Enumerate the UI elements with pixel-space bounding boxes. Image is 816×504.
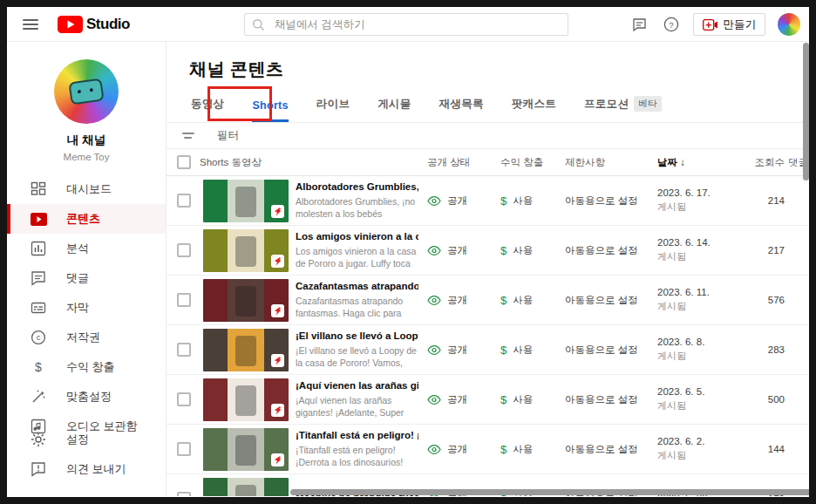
menu-icon[interactable] [23,19,38,30]
monetization-dollar-icon: $ [500,443,507,456]
sidebar-item-content[interactable]: 콘텐츠 [7,204,166,234]
tab-label: 재생목록 [439,97,484,112]
video-title[interactable]: ¡El villano se llevó a Loopy de la casa … [296,330,418,341]
monetization-dollar-icon: $ [500,194,507,208]
row-checkbox[interactable] [177,492,191,496]
video-thumbnail[interactable] [203,279,289,322]
monetization-status[interactable]: 사용 [513,194,533,208]
video-thumbnail[interactable] [203,378,289,421]
column-visibility[interactable]: 공개 상태 [427,156,500,169]
sidebar-item-analytics[interactable]: 분석 [7,234,166,263]
video-description: ¡Aquí vienen las arañas gigantes! ¡Adela… [296,394,418,419]
column-restrictions[interactable]: 제한사항 [565,156,657,169]
video-title[interactable]: Cazafantasmas atrapando fantasmas. [296,281,418,291]
create-button[interactable]: 만들기 [693,13,766,36]
sidebar-item-copyright[interactable]: c 저작권 [7,323,166,352]
video-thumbnail[interactable] [203,229,289,272]
shorts-video-row[interactable]: Cazafantasmas atrapando fantasmas. Cazaf… [167,276,809,325]
visibility-status[interactable]: 공개 [447,393,467,406]
monetization-status[interactable]: 사용 [513,443,533,456]
shorts-video-row[interactable]: Los amigos vinieron a la casa de Poro...… [167,226,809,276]
restrictions-value[interactable]: 아동용으로 설정 [565,194,657,208]
restrictions-value[interactable]: 아동용으로 설정 [565,443,657,456]
sidebar-item-label: 대시보드 [66,181,112,197]
tab-playlists[interactable]: 재생목록 [425,97,498,122]
tab-promotions[interactable]: 프로모션베타 [570,96,676,122]
horizontal-scrollbar[interactable] [290,489,809,495]
shorts-video-row[interactable]: ¡Aquí vienen las arañas gigantes! ¡Ade..… [167,375,809,425]
restrictions-value[interactable]: 아동용으로 설정 [565,393,657,406]
robot-mascot [68,78,104,105]
filter-label[interactable]: 필터 [217,128,239,143]
visibility-status[interactable]: 공개 [447,344,467,357]
feedback-bubble-icon [30,460,47,478]
monetization-dollar-icon: $ [500,393,507,406]
tab-label: 게시물 [377,97,411,112]
row-checkbox[interactable] [177,392,191,406]
visibility-status[interactable]: 공개 [447,294,467,307]
video-thumbnail[interactable] [203,180,289,222]
sidebar-item-label: 댓글 [66,270,89,286]
video-title[interactable]: Los amigos vinieron a la casa de Poro... [296,231,418,242]
restrictions-value[interactable]: 아동용으로 설정 [565,344,657,357]
video-title[interactable]: ¡Aquí vienen las arañas gigantes! ¡Ade..… [296,380,418,391]
visibility-status[interactable]: 공개 [447,244,467,257]
visibility-status[interactable]: 공개 [447,194,467,208]
row-checkbox[interactable] [177,243,191,257]
account-avatar[interactable] [778,13,800,36]
sidebar-item-customization[interactable]: 맞춤설정 [7,382,166,412]
video-title[interactable]: Alborotadores Grumblies, ¡no moleste... [296,181,418,192]
visibility-status[interactable]: 공개 [447,443,467,456]
date-sub: 게시됨 [657,350,739,363]
column-views[interactable]: 조회수 [739,156,788,169]
monetization-status[interactable]: 사용 [513,344,533,357]
column-monetization[interactable]: 수익 창출 [500,156,565,169]
row-checkbox[interactable] [177,442,191,456]
feedback-icon[interactable] [630,15,649,34]
monetization-status[interactable]: 사용 [513,393,533,406]
tab-podcasts[interactable]: 팟캐스트 [498,97,570,122]
video-title[interactable]: ¡Titanfall está en peligro! ¡Derrota a l… [296,430,418,440]
channel-search-input[interactable]: 채널에서 검색하기 [244,13,568,36]
tab-videos[interactable]: 동영상 [177,97,238,122]
sidebar-item-label: 콘텐츠 [66,211,100,227]
restrictions-value[interactable]: 아동용으로 설정 [565,244,657,257]
channel-avatar[interactable] [54,59,119,124]
select-all-checkbox[interactable] [177,155,191,169]
youtube-studio-logo[interactable]: Studio [58,16,130,33]
filter-icon[interactable] [182,133,194,139]
sidebar-item-dashboard[interactable]: 대시보드 [7,174,166,204]
sidebar-item-send-feedback[interactable]: 의견 보내기 [7,454,166,484]
monetization-status[interactable]: 사용 [513,244,533,257]
thumbnail-figure [235,336,256,365]
column-content[interactable]: Shorts 동영상 [200,156,427,169]
gear-icon [30,431,47,448]
tab-shorts[interactable]: Shorts [238,99,302,122]
help-icon[interactable]: ? [662,15,681,34]
sidebar-item-comments[interactable]: 댓글 [7,263,166,293]
sidebar-item-subtitles[interactable]: 자막 [7,293,166,323]
restrictions-value[interactable]: 아동용으로 설정 [565,294,657,307]
video-thumbnail[interactable] [203,329,289,371]
visibility-eye-icon [427,296,441,305]
row-checkbox[interactable] [177,194,191,208]
shorts-video-row[interactable]: ¡El villano se llevó a Loopy de la casa … [167,325,809,375]
monetization-icon: $ [30,358,47,376]
row-checkbox[interactable] [177,343,191,357]
shorts-video-row[interactable]: ¡Titanfall está en peligro! ¡Derrota a l… [167,425,809,474]
column-date-sorted[interactable]: 날짜 ↓ [657,156,739,169]
monetization-status[interactable]: 사용 [513,294,533,307]
shorts-video-row[interactable]: Alborotadores Grumblies, ¡no moleste... … [167,176,809,226]
tab-posts[interactable]: 게시물 [364,97,425,122]
row-checkbox[interactable] [177,293,191,307]
video-thumbnail[interactable] [203,428,289,471]
shorts-badge-icon [271,255,284,268]
sidebar-item-label: 수익 창출 [66,359,115,375]
views-count: 576 [739,295,788,305]
sidebar-item-settings[interactable]: 설정 [7,425,166,454]
sidebar-item-monetization[interactable]: $ 수익 창출 [7,352,166,382]
thumbnail-figure [235,286,256,316]
tab-live[interactable]: 라이브 [303,97,364,122]
video-thumbnail[interactable] [203,478,289,497]
vertical-scrollbar[interactable] [803,43,809,180]
